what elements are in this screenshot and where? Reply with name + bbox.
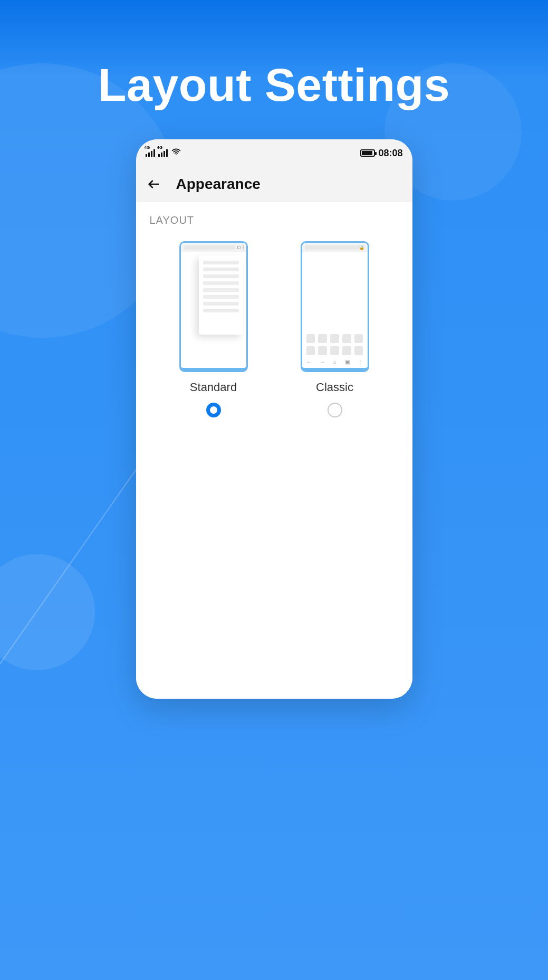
wifi-icon <box>171 147 181 160</box>
tabs-icon <box>237 246 241 249</box>
preview-standard <box>179 241 248 372</box>
radio-standard[interactable] <box>206 403 221 417</box>
nav-tabs-icon: ▣ <box>345 359 350 365</box>
option-label: Classic <box>316 380 353 394</box>
page-headline: Layout Settings <box>98 58 450 112</box>
layout-option-classic[interactable]: 🔒 ← → ⌂ ▣ ⋮ Classic <box>298 241 372 417</box>
preview-classic: 🔒 ← → ⌂ ▣ ⋮ <box>301 241 369 372</box>
signal-icon: 4G <box>146 149 155 157</box>
app-bar-title: Appearance <box>176 176 261 193</box>
radio-classic[interactable] <box>328 403 342 417</box>
option-label: Standard <box>190 380 237 394</box>
phone-mockup: 4G 4G 08:08 Appearance <box>136 139 412 699</box>
menu-icon <box>243 245 244 250</box>
status-time: 08:08 <box>378 148 402 159</box>
signal-icon: 4G <box>158 149 168 157</box>
battery-icon <box>360 149 375 157</box>
nav-back-icon: ← <box>306 359 311 365</box>
status-bar: 4G 4G 08:08 <box>136 139 412 167</box>
back-button[interactable] <box>143 174 165 195</box>
nav-menu-icon: ⋮ <box>358 359 363 365</box>
layout-option-standard[interactable]: Standard <box>177 241 251 417</box>
nav-home-icon: ⌂ <box>333 359 337 365</box>
content-area: LAYOUT Standard <box>136 202 412 699</box>
section-label-layout: LAYOUT <box>150 214 402 226</box>
arrow-left-icon <box>147 177 161 192</box>
app-bar: Appearance <box>136 167 412 202</box>
lock-icon: 🔒 <box>359 245 364 250</box>
nav-forward-icon: → <box>320 359 325 365</box>
